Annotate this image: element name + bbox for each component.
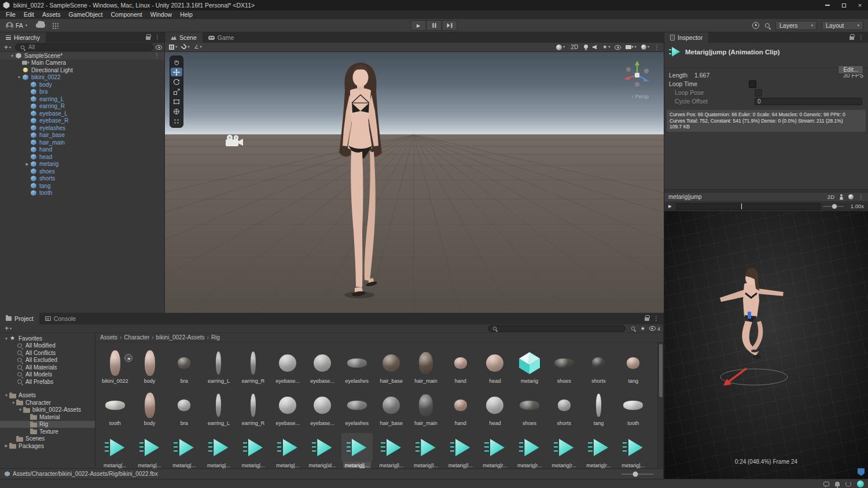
expand-toggle[interactable]: ▼	[16, 75, 22, 79]
tab-scene[interactable]: Scene	[165, 32, 203, 43]
perspective-label[interactable]: ‹ Persp	[631, 94, 649, 99]
asset-item[interactable]: tang	[616, 342, 650, 385]
asset-item[interactable]: metarig|l...	[374, 427, 409, 468]
asset-item[interactable]: hair_base	[374, 385, 409, 427]
asset-item[interactable]: metarig|...	[236, 427, 271, 468]
hierarchy-item[interactable]: earring_R	[0, 103, 164, 110]
lock-icon[interactable]	[146, 36, 150, 40]
menu-item[interactable]: File	[2, 10, 20, 19]
asset-item[interactable]: tooth	[616, 385, 650, 427]
asset-item[interactable]: eyebase...	[305, 342, 340, 385]
maximize-button[interactable]	[836, 0, 852, 10]
asset-item[interactable]: metarig|...	[201, 427, 236, 468]
favorites-item[interactable]: All Excluded	[0, 357, 95, 364]
asset-item[interactable]: metarig|...	[98, 427, 133, 468]
asset-item[interactable]: head	[478, 342, 513, 385]
custom-tool[interactable]	[171, 117, 182, 125]
hierarchy-item[interactable]: hair_base	[0, 132, 164, 139]
favorites-item[interactable]: All Prefabs	[0, 378, 95, 386]
menu-item[interactable]: Assets	[38, 10, 65, 19]
account-dropdown[interactable]: FA ▾	[3, 22, 30, 29]
playhead[interactable]	[741, 204, 742, 209]
hidden-objects-toggle[interactable]	[615, 45, 621, 50]
scrollbar-thumb[interactable]	[659, 344, 663, 397]
hierarchy-item[interactable]: hand	[0, 146, 164, 154]
folder-item[interactable]: ▼ Character	[0, 399, 95, 406]
folder-item[interactable]: Rig	[0, 421, 95, 428]
menu-dots-icon[interactable]: ⋮	[654, 45, 660, 50]
create-asset-button[interactable]: + ▾	[3, 324, 13, 332]
rotation-snap-dropdown[interactable]: ∠▾	[194, 45, 202, 50]
loop-time-checkbox[interactable]	[749, 80, 756, 88]
expand-toggle[interactable]: ▼	[17, 408, 23, 412]
hierarchy-item[interactable]: eyelashes	[0, 124, 164, 132]
asset-item[interactable]: metarig|l...	[409, 427, 443, 468]
step-button[interactable]	[442, 20, 458, 31]
hierarchy-item[interactable]: Main Camera	[0, 60, 164, 67]
hierarchy-item[interactable]: ▼ bikini_0022	[0, 74, 164, 82]
scrollbar[interactable]	[657, 342, 663, 468]
hierarchy-item[interactable]: eyebase_L	[0, 110, 164, 117]
play-button[interactable]: ▶	[411, 20, 426, 31]
asset-item[interactable]: earring_L	[201, 342, 236, 385]
2d-toggle[interactable]: 2D	[569, 44, 579, 50]
breadcrumb-item[interactable]: bikini_0022-Assets	[156, 334, 205, 341]
edit-button[interactable]: Edit...	[838, 65, 863, 74]
expand-toggle[interactable]: ▼	[9, 54, 15, 58]
snap-settings-dropdown[interactable]: ▾	[182, 45, 189, 49]
hierarchy-item[interactable]: tang	[0, 182, 164, 190]
asset-item[interactable]: body	[133, 342, 167, 385]
undo-history-icon[interactable]	[752, 22, 759, 29]
breadcrumb-item[interactable]: Assets	[100, 334, 117, 341]
scene-audio-toggle[interactable]	[593, 45, 598, 50]
preview-2d-toggle[interactable]: 2D	[827, 194, 834, 200]
preview-speed-slider[interactable]	[821, 202, 846, 210]
asset-item[interactable]: metarig|r...	[512, 427, 547, 468]
camera-gizmo-icon[interactable]	[224, 134, 244, 148]
asset-item[interactable]: shoes	[512, 385, 547, 427]
layout-dropdown[interactable]: Layout ▾	[822, 21, 863, 30]
lock-icon[interactable]	[645, 317, 649, 321]
asset-item[interactable]: metarig|r...	[582, 427, 616, 468]
hierarchy-item[interactable]: shoes	[0, 168, 164, 175]
menu-dots-icon[interactable]: ⋮	[858, 35, 864, 40]
asset-item[interactable]: bikini_0022	[98, 342, 133, 385]
slider-knob[interactable]	[632, 471, 638, 476]
effects-dropdown[interactable]: ★▾	[602, 45, 610, 50]
asset-item[interactable]: metarig|r...	[547, 427, 582, 468]
hierarchy-search-input[interactable]: All	[15, 43, 153, 51]
menu-dots-icon[interactable]: ⋮	[653, 316, 659, 321]
transform-tool[interactable]	[171, 107, 182, 116]
rect-tool[interactable]	[171, 97, 182, 106]
favorites-item[interactable]: All Conflicts	[0, 349, 95, 357]
tab-inspector[interactable]: Inspector	[664, 32, 708, 43]
view-tool[interactable]	[171, 58, 182, 66]
scene-visibility-icon[interactable]	[156, 45, 162, 50]
asset-item[interactable]: metarig	[512, 342, 547, 385]
grid-visibility-dropdown[interactable]: ▾	[169, 45, 177, 50]
hierarchy-item[interactable]: ▶ metarig	[0, 161, 164, 168]
expand-toggle[interactable]: ▼	[10, 401, 16, 405]
create-object-button[interactable]: + ▾	[2, 43, 13, 51]
breadcrumb-item[interactable]: Character	[124, 334, 149, 341]
notifications-icon[interactable]	[835, 482, 840, 486]
folder-item[interactable]: ▶ Packages	[0, 442, 95, 450]
hierarchy-item[interactable]: tooth	[0, 190, 164, 197]
background-activity-icon[interactable]	[845, 481, 851, 487]
rotate-tool[interactable]	[171, 77, 182, 86]
preview-play-button[interactable]: ▶	[664, 204, 676, 209]
pause-button[interactable]	[426, 20, 442, 31]
asset-item[interactable]: metarig|...	[616, 427, 650, 468]
avatar-pivot-icon[interactable]	[839, 194, 844, 200]
asset-item[interactable]: tooth	[98, 385, 133, 427]
asset-item[interactable]: metarig|...	[270, 427, 305, 468]
folder-item[interactable]: Texture	[0, 428, 95, 435]
saved-search-icon[interactable]: ★	[641, 326, 645, 331]
asset-item[interactable]: shorts	[582, 342, 616, 385]
scene-options-icon[interactable]: ⋮	[154, 52, 160, 60]
asset-item[interactable]: eyebase...	[305, 385, 340, 427]
asset-item[interactable]: eyebase...	[270, 385, 305, 427]
menu-item[interactable]: Window	[146, 10, 176, 19]
hierarchy-item[interactable]: Directional Light	[0, 66, 164, 74]
camera-settings-dropdown[interactable]: ▾	[626, 45, 636, 49]
